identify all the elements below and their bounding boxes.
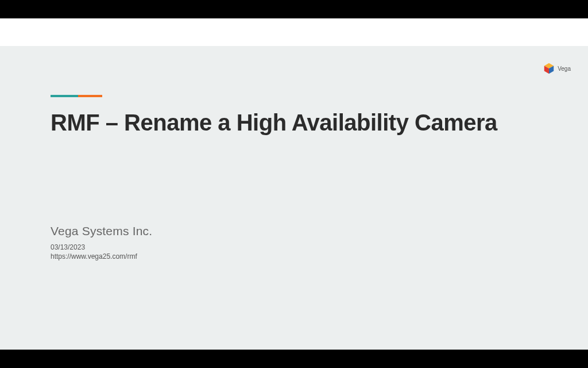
slide-canvas: Vega RMF – Rename a High Availability Ca… [0, 46, 588, 350]
accent-orange [78, 95, 102, 97]
accent-bar [51, 95, 102, 97]
white-toolbar-strip [0, 18, 588, 46]
brand-logo: Vega [543, 62, 571, 75]
letterbox-top [0, 0, 588, 18]
brand-logo-text: Vega [558, 66, 571, 72]
slide-title: RMF – Rename a High Availability Camera [51, 109, 554, 136]
slide-meta: 03/13/2023 https://www.vega25.com/rmf [51, 243, 137, 261]
letterbox-bottom [0, 350, 588, 368]
company-name: Vega Systems Inc. [51, 224, 152, 238]
slide-date: 03/13/2023 [51, 243, 137, 252]
cube-icon [543, 62, 555, 75]
slide-url: https://www.vega25.com/rmf [51, 252, 137, 261]
accent-teal [51, 95, 78, 97]
